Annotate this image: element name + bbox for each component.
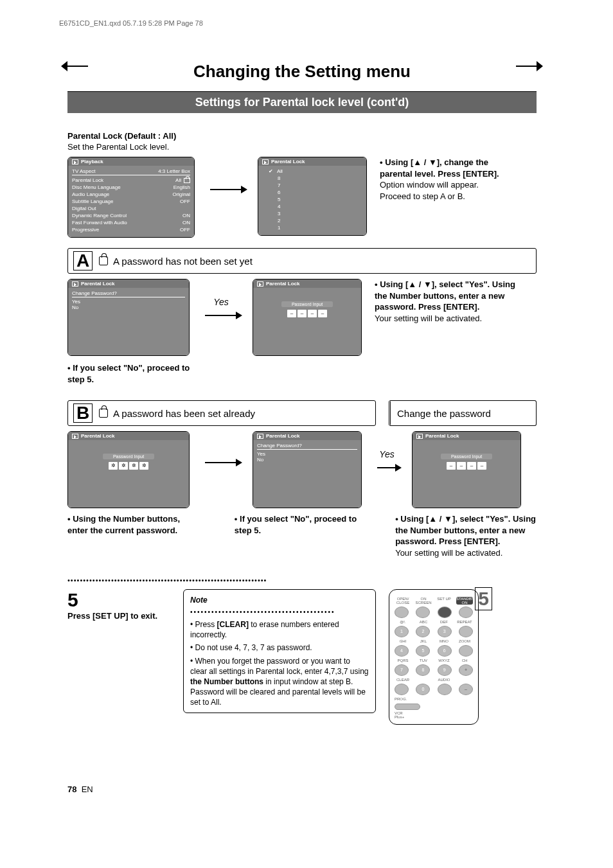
num-3-button[interactable]: 3 xyxy=(438,626,452,637)
lock-icon xyxy=(99,256,108,265)
play-icon xyxy=(72,434,78,439)
play-icon xyxy=(262,159,269,164)
step-5-number: 5 xyxy=(67,589,170,611)
audio-button[interactable] xyxy=(438,684,452,695)
change-password-panel: Parental Lock Change Password? Yes No xyxy=(253,431,362,508)
open-close-button[interactable] xyxy=(395,607,409,618)
step-b-caption-2: • If you select "No", proceed to step 5. xyxy=(235,513,357,536)
remote-step-5: 5 xyxy=(475,587,492,610)
repeat-button[interactable] xyxy=(459,626,473,637)
table-row: Subtitle LanguageOFF xyxy=(72,198,190,205)
arrow-label-yes: Yes xyxy=(379,449,394,459)
remote-control: 5 OPEN/ CLOSEON SCREENSET UPSTANDBY-ON @… xyxy=(389,589,479,725)
step-5-text: Press [SET UP] to exit. xyxy=(67,611,170,621)
instruction-text: • Using [▲ / ▼], change the parental lev… xyxy=(380,157,515,202)
onscreen-button[interactable] xyxy=(416,607,430,618)
level-item: 2 xyxy=(262,217,362,224)
table-row: Parental LockAll xyxy=(72,177,190,184)
level-item-all: All xyxy=(262,168,362,175)
arrow-label-yes: Yes xyxy=(213,297,228,307)
arrow-icon xyxy=(205,462,237,463)
step-b-caption-3: • Using [▲ / ▼], select "Yes". Using the… xyxy=(395,513,537,558)
lock-icon xyxy=(99,409,108,418)
play-icon xyxy=(257,281,263,287)
step-b-text: A password has been set already xyxy=(113,408,255,419)
change-password-panel: Parental Lock Change Password? Yes No xyxy=(67,279,190,356)
prog-button[interactable] xyxy=(395,704,420,710)
chapter-title-bar: Changing the Setting menu xyxy=(67,62,537,87)
step-a-header: A A password has not been set yet xyxy=(67,248,537,274)
play-icon xyxy=(72,281,78,287)
level-item: 7 xyxy=(262,182,362,189)
table-row: ProgressiveOFF xyxy=(72,226,190,233)
section-sub: Set the Parental Lock level. xyxy=(67,142,537,152)
section-heading: Parental Lock (Default : All) xyxy=(67,131,537,141)
num-2-button[interactable]: 2 xyxy=(416,626,430,637)
num-4-button[interactable]: 4 xyxy=(395,645,409,657)
table-row: Dynamic Range ControlON xyxy=(72,212,190,219)
level-item: 8 xyxy=(262,175,362,182)
level-item: 5 xyxy=(262,196,362,203)
step-b-header: B A password has been set already xyxy=(67,400,376,426)
num-5-button[interactable]: 5 xyxy=(416,645,430,657)
table-row: Audio LanguageOriginal xyxy=(72,191,190,198)
note-box: Note •••••••••••••••••••••••••••••••••••… xyxy=(183,589,376,713)
chapter-title: Changing the Setting menu xyxy=(67,62,537,82)
setup-button[interactable] xyxy=(438,607,452,618)
num-9-button[interactable]: 9 xyxy=(438,664,452,676)
standby-button[interactable] xyxy=(459,607,473,618)
table-row: TV Aspect4:3 Letter Box xyxy=(72,168,190,175)
step-b-caption-1: • Using the Number buttons, enter the cu… xyxy=(67,513,197,536)
divider-dots: ••••••••••••••••••••••••••••••••••••••••… xyxy=(67,576,344,584)
num-0-button[interactable]: 0 xyxy=(416,684,430,695)
num-6-button[interactable]: 6 xyxy=(438,645,452,657)
num-1-button[interactable]: 1 xyxy=(395,626,409,637)
page-footer: 78 EN xyxy=(67,784,93,794)
arrow-icon xyxy=(210,189,242,190)
change-password-header: Change the password xyxy=(389,400,537,426)
table-row: Fast Forward with AudioON xyxy=(72,219,190,226)
arrow-icon xyxy=(377,467,396,468)
num-7-button[interactable]: 7 xyxy=(395,664,409,676)
password-input-panel: Parental Lock Password Input – – – – xyxy=(253,279,362,356)
num-8-button[interactable]: 8 xyxy=(416,664,430,676)
instruction-text: • Using [▲ / ▼], select "Yes". Using the… xyxy=(375,279,522,324)
ch-up-button[interactable]: + xyxy=(459,664,473,676)
parental-level-panel: Parental Lock All 8 7 6 5 4 3 2 1 xyxy=(258,157,367,236)
playback-settings-panel: Playback TV Aspect4:3 Letter Box Parenta… xyxy=(67,157,195,238)
lock-icon xyxy=(184,178,190,183)
step-a-footnote: • If you select "No", proceed to step 5. xyxy=(67,362,202,385)
step-letter-b: B xyxy=(73,403,93,423)
step-a-text: A password has not been set yet xyxy=(113,256,253,267)
panel-title: Parental Lock xyxy=(271,159,305,164)
doc-header: E6751CD_EN1.qxd 05.7.19 5:28 PM Page 78 xyxy=(59,19,203,27)
clear-button[interactable] xyxy=(395,684,409,695)
arrow-icon xyxy=(205,315,237,316)
play-icon xyxy=(257,434,263,439)
play-icon xyxy=(72,159,78,164)
play-icon xyxy=(416,434,423,439)
ch-down-button[interactable]: – xyxy=(459,684,473,695)
arrow-right-icon xyxy=(516,66,537,67)
subtitle: Settings for Parental lock level (cont'd… xyxy=(67,91,537,113)
level-item: 4 xyxy=(262,203,362,210)
panel-title: Playback xyxy=(81,159,103,164)
level-item: 1 xyxy=(262,224,362,231)
zoom-button[interactable] xyxy=(459,645,473,657)
password-input-panel: Parental Lock Password Input ✲ ✲ ✲ ✲ xyxy=(67,431,190,508)
step-letter-a: A xyxy=(73,251,93,270)
password-input-panel: Parental Lock Password Input – – – – xyxy=(412,431,521,508)
level-item: 3 xyxy=(262,210,362,217)
table-row: Digital Out xyxy=(72,205,190,212)
table-row: Disc Menu LanguageEnglish xyxy=(72,184,190,191)
level-item: 6 xyxy=(262,189,362,196)
